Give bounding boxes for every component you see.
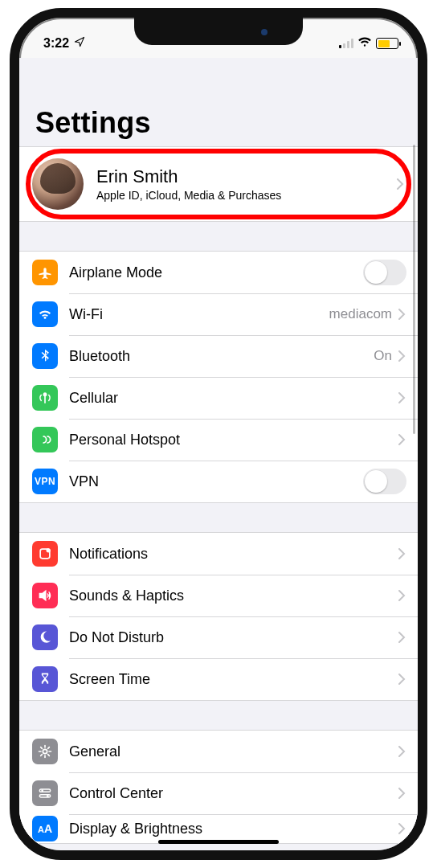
account-group: Erin Smith Apple ID, iCloud, Media & Pur… xyxy=(19,146,418,222)
row-label: Notifications xyxy=(69,546,398,563)
airplane-toggle[interactable] xyxy=(363,260,406,285)
svg-point-4 xyxy=(41,789,43,792)
chevron-right-icon xyxy=(398,674,406,685)
row-label: Screen Time xyxy=(69,671,398,688)
chevron-right-icon xyxy=(397,178,405,190)
dnd-row[interactable]: Do Not Disturb xyxy=(19,616,418,658)
chevron-right-icon xyxy=(398,632,406,643)
svg-rect-3 xyxy=(39,789,50,792)
status-time: 3:22 xyxy=(43,36,69,51)
vpn-icon: VPN xyxy=(32,469,58,494)
bluetooth-icon xyxy=(32,343,58,369)
svg-point-2 xyxy=(43,749,47,753)
svg-point-6 xyxy=(47,795,49,797)
row-label: General xyxy=(69,743,398,760)
chevron-right-icon xyxy=(398,392,406,403)
device-frame: 3:22 Settings Erin Smith xyxy=(10,8,427,860)
link-icon xyxy=(32,427,58,452)
chevron-right-icon xyxy=(398,746,406,757)
row-label: Do Not Disturb xyxy=(69,629,398,646)
notch xyxy=(134,18,303,45)
vpn-toggle[interactable] xyxy=(363,469,406,494)
hourglass-icon xyxy=(32,666,58,692)
cellular-row[interactable]: Cellular xyxy=(19,377,418,419)
account-name: Erin Smith xyxy=(96,166,397,187)
connectivity-group: Airplane Mode Wi-Fi mediacom Bluetooth xyxy=(19,251,418,503)
sounds-row[interactable]: Sounds & Haptics xyxy=(19,575,418,616)
wifi-row[interactable]: Wi-Fi mediacom xyxy=(19,293,418,335)
row-value: On xyxy=(374,348,392,364)
avatar xyxy=(32,158,84,210)
airplane-mode-row[interactable]: Airplane Mode xyxy=(19,252,418,293)
chevron-right-icon xyxy=(398,350,406,362)
row-label: Cellular xyxy=(69,390,398,407)
wifi-icon xyxy=(32,301,58,327)
general-group: General Control Center AA Display & Brig… xyxy=(19,730,418,844)
vpn-row[interactable]: VPN VPN xyxy=(19,461,418,502)
apple-id-row[interactable]: Erin Smith Apple ID, iCloud, Media & Pur… xyxy=(19,147,418,221)
screentime-row[interactable]: Screen Time xyxy=(19,658,418,700)
notifications-row[interactable]: Notifications xyxy=(19,533,418,575)
row-label: Wi-Fi xyxy=(69,306,329,323)
wifi-icon xyxy=(357,36,372,51)
gear-icon xyxy=(32,739,58,764)
page-title: Settings xyxy=(19,58,418,146)
settings-scroll[interactable]: Settings Erin Smith Apple ID, iCloud, Me… xyxy=(19,58,418,850)
display-brightness-row[interactable]: AA Display & Brightness xyxy=(19,814,418,843)
battery-icon xyxy=(376,38,398,49)
row-label: Control Center xyxy=(69,785,398,802)
chevron-right-icon xyxy=(398,823,406,834)
speaker-icon xyxy=(32,583,58,608)
switches-icon xyxy=(32,780,58,806)
account-subtitle: Apple ID, iCloud, Media & Purchases xyxy=(96,189,397,202)
row-label: Personal Hotspot xyxy=(69,432,398,448)
home-indicator[interactable] xyxy=(158,840,279,844)
chevron-right-icon xyxy=(398,548,406,559)
row-label: Display & Brightness xyxy=(69,821,398,837)
row-label: Bluetooth xyxy=(69,348,374,365)
location-icon xyxy=(74,36,85,51)
row-label: Airplane Mode xyxy=(69,264,363,281)
antenna-icon xyxy=(32,385,58,411)
row-value: mediacom xyxy=(329,306,392,322)
scroll-indicator xyxy=(413,145,415,434)
bluetooth-row[interactable]: Bluetooth On xyxy=(19,335,418,377)
row-label: Sounds & Haptics xyxy=(69,588,398,604)
text-size-icon: AA xyxy=(32,816,58,841)
airplane-icon xyxy=(32,260,58,285)
system-group: Notifications Sounds & Haptics Do Not Di… xyxy=(19,532,418,701)
chevron-right-icon xyxy=(398,788,406,799)
moon-icon xyxy=(32,624,58,650)
chevron-right-icon xyxy=(398,434,406,445)
notifications-icon xyxy=(32,541,58,567)
chevron-right-icon xyxy=(398,590,406,601)
row-label: VPN xyxy=(69,473,363,490)
cellular-signal-icon xyxy=(339,39,353,48)
control-center-row[interactable]: Control Center xyxy=(19,772,418,814)
svg-point-1 xyxy=(47,548,51,552)
chevron-right-icon xyxy=(398,309,406,320)
general-row[interactable]: General xyxy=(19,731,418,772)
screen: Settings Erin Smith Apple ID, iCloud, Me… xyxy=(19,18,418,850)
hotspot-row[interactable]: Personal Hotspot xyxy=(19,419,418,461)
